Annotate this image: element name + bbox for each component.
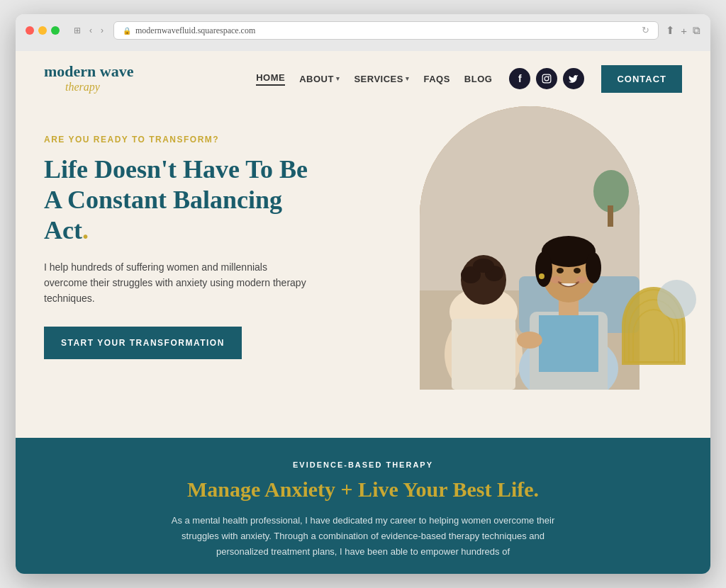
nav-about[interactable]: ABOUT ▾: [299, 74, 340, 84]
website: modern wave therapy HOME ABOUT ▾ SERVICE…: [16, 51, 710, 574]
lock-icon: 🔒: [123, 27, 131, 35]
nav-blog[interactable]: BLOG: [464, 74, 493, 84]
hero-description: I help hundreds of suffering women and m…: [44, 259, 306, 307]
svg-rect-14: [452, 319, 515, 390]
windows-button[interactable]: ⧉: [693, 24, 700, 37]
chevron-down-icon: ▾: [406, 75, 410, 82]
svg-point-1: [544, 77, 549, 81]
reload-icon[interactable]: ↻: [642, 25, 649, 36]
facebook-icon[interactable]: f: [509, 68, 530, 89]
traffic-lights: [26, 26, 60, 35]
bottom-label: EVIDENCE-BASED THERAPY: [44, 460, 682, 469]
svg-point-13: [473, 259, 494, 273]
svg-point-22: [586, 252, 601, 283]
svg-point-23: [557, 268, 564, 273]
bottom-title: Manage Anxiety + Live Your Best Life.: [44, 477, 682, 502]
svg-rect-7: [608, 205, 613, 227]
browser-chrome: ⊞ ‹ › 🔒 modernwavefluid.squarespace.com …: [16, 14, 710, 51]
instagram-icon[interactable]: [536, 68, 557, 89]
close-button[interactable]: [26, 26, 34, 35]
url-text: modernwavefluid.squarespace.com: [135, 26, 255, 36]
deco-circle: [657, 280, 696, 319]
logo-sub-text: therapy: [65, 81, 133, 94]
back-button[interactable]: ‹: [86, 24, 95, 37]
nav-faqs[interactable]: FAQS: [423, 74, 449, 84]
svg-point-27: [539, 273, 544, 279]
tab-bar: [26, 45, 700, 51]
nav-services[interactable]: SERVICES ▾: [354, 74, 409, 84]
minimize-button[interactable]: [38, 26, 47, 35]
therapy-illustration: [420, 106, 640, 390]
logo[interactable]: modern wave therapy: [44, 64, 133, 94]
bottom-description: As a mental health professional, I have …: [164, 513, 562, 560]
svg-rect-17: [539, 315, 598, 372]
svg-point-26: [576, 276, 587, 283]
forward-button[interactable]: ›: [98, 24, 106, 37]
svg-point-28: [517, 332, 542, 349]
cta-button[interactable]: START YOUR TRANSFORMATION: [44, 327, 242, 359]
nav-home[interactable]: HOME: [256, 72, 285, 86]
address-bar[interactable]: 🔒 modernwavefluid.squarespace.com ↻: [113, 21, 659, 40]
svg-point-24: [574, 268, 581, 273]
browser-controls: ⊞ ‹ ›: [71, 24, 106, 37]
twitter-icon[interactable]: [563, 68, 584, 89]
nav-links: HOME ABOUT ▾ SERVICES ▾ FAQS BLOG: [256, 72, 492, 86]
svg-point-21: [535, 251, 552, 287]
browser-actions: ⬆ + ⧉: [666, 24, 700, 37]
hero-section: ARE YOU READY TO TRANSFORM? Life Doesn't…: [16, 106, 710, 438]
site-header: modern wave therapy HOME ABOUT ▾ SERVICE…: [16, 51, 710, 106]
svg-rect-0: [543, 74, 552, 83]
hero-photo: [420, 106, 640, 390]
maximize-button[interactable]: [51, 26, 60, 35]
browser-window: ⊞ ‹ › 🔒 modernwavefluid.squarespace.com …: [16, 14, 710, 574]
svg-point-25: [550, 276, 562, 283]
share-button[interactable]: ⬆: [666, 24, 675, 37]
chevron-down-icon: ▾: [336, 75, 340, 82]
hero-image-area: [427, 106, 696, 404]
sidebar-toggle[interactable]: ⊞: [71, 24, 84, 37]
bottom-section: EVIDENCE-BASED THERAPY Manage Anxiety + …: [16, 438, 710, 574]
contact-button[interactable]: CONTACT: [601, 65, 682, 93]
hero-text: ARE YOU READY TO TRANSFORM? Life Doesn't…: [44, 128, 349, 359]
hero-subtitle: ARE YOU READY TO TRANSFORM?: [44, 135, 349, 145]
hero-title: Life Doesn't Have To Be A Constant Balan…: [44, 154, 349, 247]
new-tab-button[interactable]: +: [681, 25, 687, 37]
svg-point-2: [549, 76, 550, 77]
social-icons: f: [509, 68, 584, 89]
logo-main-text: modern wave: [44, 64, 133, 79]
main-nav: HOME ABOUT ▾ SERVICES ▾ FAQS BLOG: [256, 65, 682, 93]
